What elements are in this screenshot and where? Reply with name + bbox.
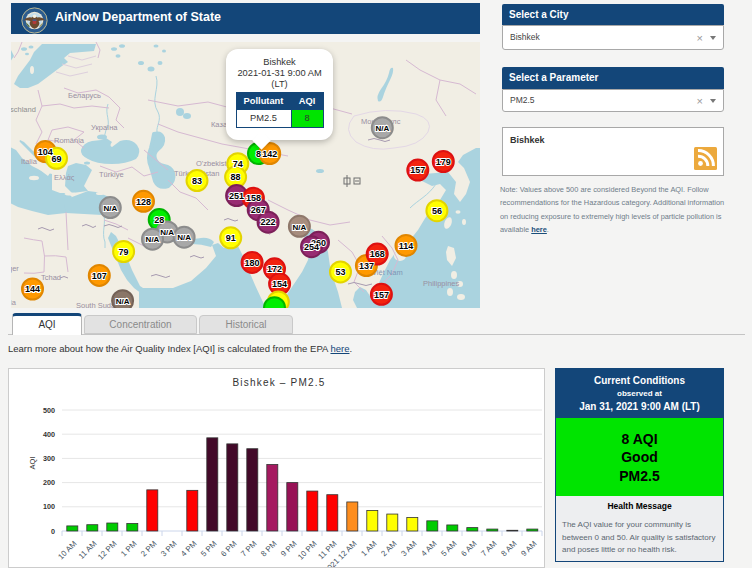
svg-text:N/A: N/A xyxy=(103,204,117,213)
svg-text:172: 172 xyxy=(267,264,282,274)
svg-text:142: 142 xyxy=(262,149,277,159)
svg-text:144: 144 xyxy=(25,284,40,294)
svg-text:schland: schland xyxy=(11,105,36,114)
svg-text:74: 74 xyxy=(233,159,243,169)
svg-text:10 PM: 10 PM xyxy=(296,539,318,561)
svg-text:12 PM: 12 PM xyxy=(96,539,118,561)
svg-text:ia: ia xyxy=(11,298,17,307)
svg-text:AQI: AQI xyxy=(28,456,37,469)
svg-text:2 PM: 2 PM xyxy=(139,539,158,558)
svg-text:180: 180 xyxy=(245,258,260,268)
svg-text:ger: ger xyxy=(11,264,19,273)
svg-text:79: 79 xyxy=(119,247,129,257)
svg-text:56: 56 xyxy=(432,206,442,216)
svg-text:28: 28 xyxy=(154,215,164,225)
svg-text:Tchad: Tchad xyxy=(41,273,61,282)
svg-text:9 AM: 9 AM xyxy=(519,539,538,558)
svg-text:3 PM: 3 PM xyxy=(159,539,178,558)
svg-text:69: 69 xyxy=(51,154,61,164)
svg-text:0: 0 xyxy=(51,527,55,536)
svg-text:267: 267 xyxy=(251,205,266,215)
svg-text:83: 83 xyxy=(192,176,202,186)
svg-text:4 AM: 4 AM xyxy=(419,539,438,558)
svg-text:N/A: N/A xyxy=(375,124,389,133)
svg-text:128: 128 xyxy=(136,197,151,207)
svg-text:6 PM: 6 PM xyxy=(219,539,238,558)
svg-text:N/A: N/A xyxy=(177,233,191,242)
svg-text:N/A: N/A xyxy=(116,297,130,306)
svg-text:5 PM: 5 PM xyxy=(199,539,218,558)
svg-text:7 AM: 7 AM xyxy=(479,539,498,558)
svg-text:2 AM: 2 AM xyxy=(379,539,398,558)
svg-text:8: 8 xyxy=(256,149,261,159)
svg-text:300: 300 xyxy=(43,454,55,463)
svg-text:6 AM: 6 AM xyxy=(459,539,478,558)
svg-text:100: 100 xyxy=(43,502,55,511)
svg-text:1 PM: 1 PM xyxy=(119,539,138,558)
svg-text:88: 88 xyxy=(231,172,241,182)
svg-text:53: 53 xyxy=(335,267,345,277)
svg-text:Philippines: Philippines xyxy=(423,279,460,288)
svg-text:N/A: N/A xyxy=(146,235,160,244)
svg-text:4 PM: 4 PM xyxy=(179,539,198,558)
svg-text:N/A: N/A xyxy=(160,228,174,237)
svg-text:8 AM: 8 AM xyxy=(499,539,518,558)
svg-text:157: 157 xyxy=(374,290,389,300)
svg-text:91: 91 xyxy=(226,233,236,243)
svg-text:107: 107 xyxy=(92,271,107,281)
svg-text:254: 254 xyxy=(304,242,319,252)
svg-text:158: 158 xyxy=(246,193,261,203)
svg-text:400: 400 xyxy=(43,430,55,439)
svg-text:N/A: N/A xyxy=(293,223,307,232)
svg-text:137: 137 xyxy=(359,261,374,271)
svg-text:România: România xyxy=(54,136,85,145)
svg-text:Türkiye: Türkiye xyxy=(99,170,124,179)
svg-text:200: 200 xyxy=(43,478,55,487)
svg-text:500: 500 xyxy=(43,406,55,415)
svg-text:222: 222 xyxy=(261,217,276,227)
svg-text:3 AM: 3 AM xyxy=(399,539,418,558)
svg-text:8 PM: 8 PM xyxy=(259,539,278,558)
svg-text:114: 114 xyxy=(399,241,414,251)
svg-text:Ελλάς: Ελλάς xyxy=(54,173,75,182)
svg-text:251: 251 xyxy=(229,191,244,201)
svg-text:11 AM: 11 AM xyxy=(77,539,99,561)
svg-text:168: 168 xyxy=(370,249,385,259)
svg-text:5 AM: 5 AM xyxy=(439,539,458,558)
svg-text:Italia: Italia xyxy=(21,157,38,166)
svg-text:1 AM: 1 AM xyxy=(359,539,378,558)
svg-text:Беларусь: Беларусь xyxy=(68,91,101,100)
svg-text:Bishkek – PM2.5: Bishkek – PM2.5 xyxy=(232,377,325,388)
svg-text:7 PM: 7 PM xyxy=(239,539,258,558)
svg-text:10 AM: 10 AM xyxy=(56,539,78,561)
svg-text:157: 157 xyxy=(410,165,425,175)
svg-text:179: 179 xyxy=(436,157,451,167)
svg-text:154: 154 xyxy=(272,279,287,289)
svg-text:Україна: Україна xyxy=(91,123,118,132)
